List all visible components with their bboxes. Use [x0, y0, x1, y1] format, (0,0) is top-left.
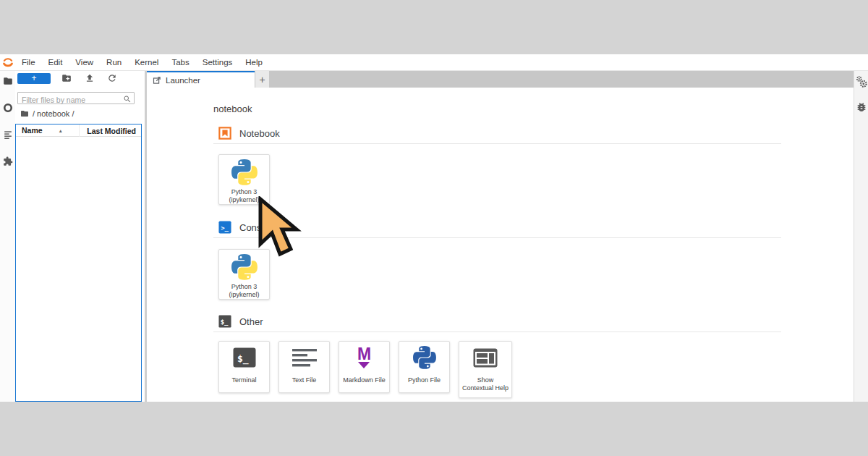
- section-divider: [213, 143, 781, 144]
- new-folder-icon[interactable]: [61, 73, 72, 83]
- card-label: Markdown File: [343, 376, 386, 384]
- card-label: Terminal: [231, 376, 256, 384]
- menu-file[interactable]: File: [15, 58, 42, 67]
- file-browser-icon[interactable]: [3, 76, 13, 86]
- kernel-card-label-line2: (ipykernel): [229, 291, 259, 299]
- filter-files-input[interactable]: [18, 95, 134, 106]
- launcher-card-text-file[interactable]: Text File: [278, 341, 330, 393]
- sort-ascending-icon[interactable]: ▲: [59, 128, 63, 133]
- file-browser-panel: + / notebook /: [15, 71, 145, 402]
- running-sessions-icon[interactable]: [3, 103, 13, 113]
- card-label-line1: Show: [462, 376, 509, 384]
- search-icon: [123, 95, 132, 104]
- filter-files-field: [17, 92, 135, 104]
- menu-edit[interactable]: Edit: [42, 58, 69, 67]
- menu-help[interactable]: Help: [239, 58, 269, 67]
- card-label: Python File: [408, 376, 441, 384]
- extensions-icon[interactable]: [3, 156, 13, 166]
- file-list-header: Name ▲ Last Modified: [16, 124, 141, 137]
- launcher-tab-icon: [153, 76, 161, 85]
- menu-tabs[interactable]: Tabs: [165, 58, 195, 67]
- text-file-icon: [292, 347, 317, 368]
- card-label-line2: Contextual Help: [462, 384, 509, 392]
- tab-bar: Launcher +: [147, 71, 854, 88]
- tab-launcher[interactable]: Launcher: [147, 71, 255, 88]
- svg-text:$_: $_: [237, 353, 249, 365]
- mouse-cursor: [258, 196, 302, 257]
- new-tab-button[interactable]: +: [255, 71, 269, 88]
- file-list[interactable]: Name ▲ Last Modified: [15, 124, 142, 402]
- section-other-label: Other: [239, 316, 263, 327]
- svg-text:>_: >_: [221, 224, 229, 232]
- svg-text:$_: $_: [221, 318, 229, 326]
- new-launcher-button[interactable]: +: [17, 73, 51, 84]
- table-of-contents-icon[interactable]: [3, 130, 13, 140]
- tab-launcher-label: Launcher: [166, 76, 200, 85]
- breadcrumb[interactable]: / notebook /: [20, 109, 75, 119]
- python-logo-icon: [231, 159, 258, 185]
- section-notebook-label: Notebook: [239, 128, 280, 139]
- python-file-icon: [413, 346, 436, 369]
- notebook-icon: [218, 127, 231, 140]
- debugger-icon[interactable]: [856, 101, 867, 113]
- kernel-card-label-line1: Python 3: [229, 188, 259, 196]
- jupyter-logo-icon: [1, 56, 15, 69]
- console-icon: >_: [218, 221, 231, 234]
- menu-bar: File Edit View Run Kernel Tabs Settings …: [0, 54, 868, 71]
- folder-icon: [20, 109, 29, 118]
- section-divider: [213, 332, 781, 332]
- launcher-card-markdown-file[interactable]: M Markdown File: [339, 341, 390, 393]
- python-logo-icon: [231, 254, 258, 280]
- launcher-card-contextual-help[interactable]: Show Contextual Help: [459, 341, 512, 398]
- terminal-small-icon: $_: [218, 315, 231, 328]
- other-cards-row: $_ Terminal: [218, 341, 512, 398]
- section-notebook-header: Notebook: [218, 127, 280, 140]
- menu-view[interactable]: View: [69, 58, 100, 67]
- menu-kernel[interactable]: Kernel: [128, 58, 165, 67]
- card-label: Text File: [292, 376, 317, 384]
- column-name[interactable]: Name: [16, 126, 43, 135]
- breadcrumb-path: / notebook /: [33, 109, 75, 118]
- section-other-header: $_ Other: [218, 315, 263, 328]
- launcher-card-python-file[interactable]: Python File: [399, 341, 450, 393]
- main-dock: Launcher + notebook Notebook: [147, 71, 854, 402]
- left-sidebar: [0, 71, 16, 402]
- launcher-directory-title: notebook: [213, 104, 252, 114]
- kernel-card-label-line1: Python 3: [229, 283, 259, 291]
- terminal-icon: $_: [233, 347, 256, 368]
- launcher-panel: notebook Notebook Python: [147, 88, 854, 402]
- jupyterlab-window: File Edit View Run Kernel Tabs Settings …: [0, 54, 868, 402]
- right-sidebar: [854, 71, 868, 402]
- column-last-modified[interactable]: Last Modified: [79, 124, 141, 137]
- menu-settings[interactable]: Settings: [196, 58, 239, 67]
- launcher-card-terminal[interactable]: $_ Terminal: [218, 341, 270, 393]
- refresh-icon[interactable]: [107, 73, 117, 83]
- menu-run[interactable]: Run: [100, 58, 128, 67]
- kernel-card-label-line2: (ipykernel): [229, 196, 259, 204]
- markdown-icon: M: [357, 347, 371, 368]
- property-inspector-icon[interactable]: [856, 76, 867, 88]
- contextual-help-icon: [473, 348, 498, 368]
- page-background: File Edit View Run Kernel Tabs Settings …: [0, 0, 868, 456]
- upload-icon[interactable]: [85, 73, 95, 83]
